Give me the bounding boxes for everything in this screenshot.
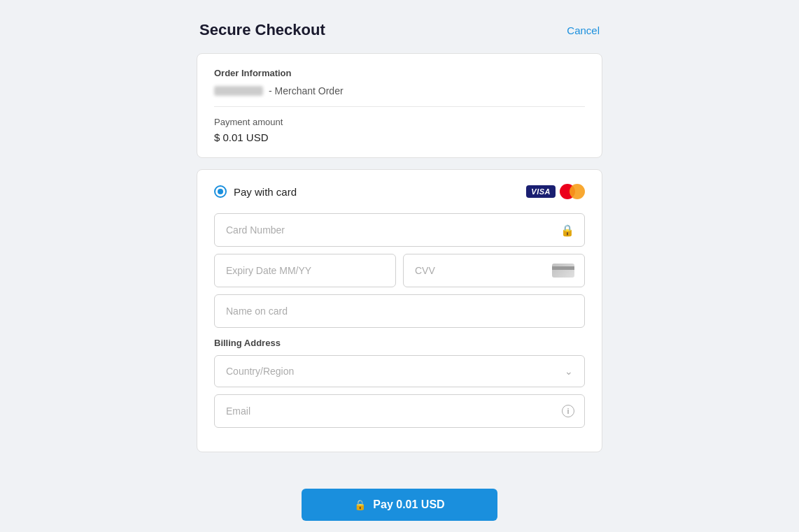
card-number-field[interactable]: 🔒	[214, 213, 585, 247]
order-id-blur	[214, 86, 263, 96]
card-logos: VISA	[526, 184, 585, 199]
cancel-link[interactable]: Cancel	[567, 24, 600, 36]
order-info-label: Order Information	[214, 68, 585, 78]
card-number-input[interactable]	[226, 224, 573, 236]
pay-button-label: Pay 0.01 USD	[373, 498, 444, 511]
name-on-card-field[interactable]	[214, 294, 585, 328]
expiry-input[interactable]	[226, 265, 384, 276]
order-info-row: - Merchant Order	[214, 85, 585, 96]
order-info-panel: Order Information - Merchant Order Payme…	[197, 53, 602, 158]
divider	[214, 106, 585, 107]
name-on-card-input[interactable]	[226, 305, 573, 317]
pay-lock-icon: 🔒	[354, 499, 366, 510]
expiry-field[interactable]	[214, 254, 396, 287]
info-icon: i	[562, 405, 574, 417]
billing-address-label: Billing Address	[214, 338, 585, 348]
expiry-cvv-row	[214, 254, 585, 287]
page-header: Secure Checkout Cancel	[197, 21, 602, 39]
email-field[interactable]: i	[214, 394, 585, 428]
order-id-text: - Merchant Order	[269, 85, 344, 96]
pay-with-card-radio[interactable]: Pay with card	[214, 185, 297, 198]
mastercard-logo	[560, 184, 585, 199]
country-region-placeholder: Country/Region	[226, 366, 294, 377]
payment-method-panel: Pay with card VISA 🔒	[197, 169, 602, 452]
visa-logo: VISA	[526, 185, 556, 198]
lock-icon: 🔒	[560, 224, 574, 237]
pay-button[interactable]: 🔒 Pay 0.01 USD	[302, 489, 497, 521]
pay-button-container: 🔒 Pay 0.01 USD	[0, 477, 799, 532]
cvv-input[interactable]	[415, 265, 573, 276]
chevron-down-icon: ⌄	[565, 366, 573, 377]
email-input[interactable]	[226, 405, 573, 417]
radio-dot-inner	[218, 189, 223, 194]
country-region-select[interactable]: Country/Region ⌄	[214, 355, 585, 387]
cvv-stripe	[552, 266, 574, 270]
mc-circle-right	[570, 184, 585, 199]
payment-method-header: Pay with card VISA	[214, 184, 585, 199]
page-title: Secure Checkout	[199, 21, 325, 39]
cvv-field[interactable]	[403, 254, 585, 287]
cvv-card-icon	[552, 264, 574, 278]
radio-dot	[214, 185, 227, 198]
payment-amount-label: Payment amount	[214, 117, 585, 127]
pay-with-card-label: Pay with card	[234, 186, 297, 198]
cvv-card-shape	[552, 264, 574, 278]
payment-amount-value: $ 0.01 USD	[214, 131, 585, 143]
page-container: Secure Checkout Cancel Order Information…	[197, 21, 602, 452]
